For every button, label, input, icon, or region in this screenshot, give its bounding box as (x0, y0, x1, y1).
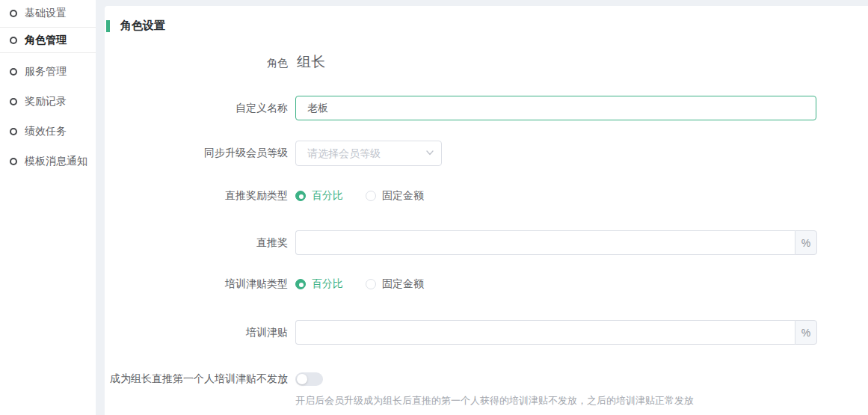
role-value: 组长 (297, 52, 325, 72)
direct-reward-input[interactable] (295, 230, 795, 255)
direct-reward-input-group: % (295, 230, 817, 255)
radio-selected-icon (295, 279, 306, 289)
sidebar: 基础设置 角色管理 服务管理 奖励记录 绩效任务 模板消息通知 (0, 0, 96, 415)
role-row: 角色 组长 (105, 52, 325, 72)
direct-reward-type-radio-group: 百分比 固定金额 (295, 189, 424, 203)
sidebar-item-label: 模板消息通知 (25, 155, 87, 168)
circle-bullet-icon (10, 128, 17, 135)
radio-percentage[interactable]: 百分比 (295, 277, 343, 291)
radio-selected-icon (295, 191, 306, 201)
radio-fixed-amount[interactable]: 固定金额 (366, 189, 424, 203)
toggle-help-text: 开启后会员升级成为组长后直推的第一个人获得的培训津贴不发放，之后的培训津贴正常发… (295, 394, 694, 408)
training-allowance-row: 培训津贴 % (105, 320, 817, 345)
training-allowance-label: 培训津贴 (105, 326, 288, 339)
direct-reward-row: 直推奖 % (105, 230, 817, 255)
direct-reward-type-row: 直推奖励类型 百分比 固定金额 (105, 189, 424, 203)
percent-suffix: % (795, 230, 817, 255)
radio-unselected-icon (366, 279, 376, 289)
training-allowance-input[interactable] (295, 320, 795, 345)
circle-bullet-icon (10, 68, 17, 76)
direct-reward-type-label: 直推奖励类型 (105, 189, 288, 203)
custom-name-row: 自定义名称 (105, 96, 816, 120)
training-allowance-type-label: 培训津贴类型 (105, 277, 288, 291)
direct-reward-label: 直推奖 (105, 236, 288, 250)
sidebar-item-label: 基础设置 (25, 7, 67, 20)
percent-suffix: % (795, 320, 817, 345)
sync-level-label: 同步升级会员等级 (105, 147, 288, 160)
first-person-toggle-switch[interactable] (295, 372, 323, 386)
sidebar-item-label: 绩效任务 (25, 125, 67, 138)
training-allowance-type-row: 培训津贴类型 百分比 固定金额 (105, 277, 424, 291)
circle-bullet-icon (10, 37, 17, 44)
radio-unselected-icon (366, 191, 376, 201)
sync-level-row: 同步升级会员等级 (105, 141, 442, 166)
radio-fixed-amount[interactable]: 固定金额 (366, 277, 424, 291)
section-title: 角色设置 (106, 19, 165, 33)
sidebar-item-template-message-notice[interactable]: 模板消息通知 (0, 147, 96, 176)
sidebar-item-performance-tasks[interactable]: 绩效任务 (0, 117, 96, 147)
role-label: 角色 (105, 57, 288, 70)
member-level-select-input[interactable] (295, 141, 442, 166)
member-level-select[interactable] (295, 141, 442, 166)
sidebar-item-label: 角色管理 (25, 34, 67, 47)
sidebar-item-reward-records[interactable]: 奖励记录 (0, 87, 96, 117)
sidebar-item-role-management[interactable]: 角色管理 (0, 28, 96, 53)
title-accent-bar (106, 20, 110, 32)
toggle-knob (297, 374, 307, 384)
sidebar-item-label: 服务管理 (25, 65, 67, 79)
first-person-toggle-row: 成为组长直推第一个人培训津贴不发放 (105, 372, 323, 386)
circle-bullet-icon (10, 158, 17, 165)
sidebar-item-label: 奖励记录 (25, 95, 67, 108)
training-allowance-type-radio-group: 百分比 固定金额 (295, 277, 424, 291)
custom-name-label: 自定义名称 (105, 102, 288, 115)
first-person-toggle-label: 成为组长直推第一个人培训津贴不发放 (105, 372, 288, 386)
sidebar-item-basic-settings[interactable]: 基础设置 (0, 0, 96, 28)
circle-bullet-icon (10, 98, 17, 105)
radio-percentage[interactable]: 百分比 (295, 189, 343, 203)
circle-bullet-icon (10, 10, 17, 17)
training-allowance-input-group: % (295, 320, 817, 345)
custom-name-input[interactable] (295, 96, 816, 120)
sidebar-item-service-management[interactable]: 服务管理 (0, 57, 96, 87)
page-title: 角色设置 (120, 19, 165, 33)
role-settings-panel: 角色设置 角色 组长 自定义名称 同步升级会员等级 直推奖励类型 百分比 (105, 6, 868, 415)
toggle-help-row: 开启后会员升级成为组长后直推的第一个人获得的培训津贴不发放，之后的培训津贴正常发… (105, 394, 694, 408)
